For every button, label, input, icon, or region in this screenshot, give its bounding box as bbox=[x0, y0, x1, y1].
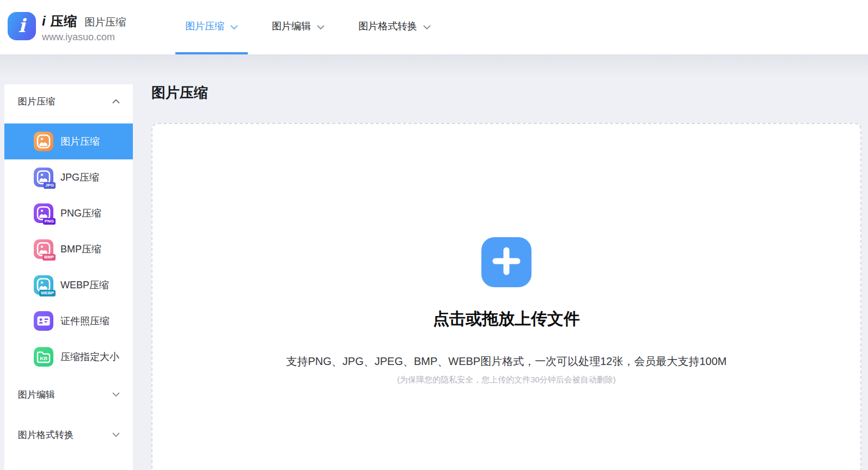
sidebar-item-label: JPG压缩 bbox=[60, 171, 99, 184]
bmp-compress-icon: BMP bbox=[34, 239, 53, 259]
chevron-down-icon bbox=[230, 21, 238, 33]
sidebar-section-label: 图片压缩 bbox=[18, 95, 55, 108]
format-badge: JPG bbox=[44, 182, 56, 189]
sidebar-item-label: BMP压缩 bbox=[60, 243, 101, 256]
sidebar-item-label: 证件照压缩 bbox=[60, 314, 109, 327]
sidebar-item-label: PNG压缩 bbox=[60, 207, 101, 220]
sidebar-item-size-specific-compress[interactable]: KB压缩指定大小 bbox=[4, 339, 133, 375]
page-title: 图片压缩 bbox=[151, 83, 208, 102]
upload-heading: 点击或拖放上传文件 bbox=[433, 307, 580, 331]
plus-icon bbox=[492, 247, 521, 277]
nav-tab-image-edit[interactable]: 图片编辑 bbox=[262, 0, 334, 54]
sidebar-item-label: 压缩指定大小 bbox=[60, 350, 119, 363]
image-compress-icon bbox=[34, 132, 53, 151]
sidebar-item-png-compress[interactable]: PNGPNG压缩 bbox=[4, 195, 133, 231]
format-badge: WEBP bbox=[39, 290, 56, 296]
sidebar-section-format-convert[interactable]: 图片格式转换 bbox=[4, 418, 133, 451]
header: i i 压缩 图片压缩 www.iyasuo.com 图片压缩 图片编辑 图片格… bbox=[0, 0, 868, 54]
sidebar-item-label: 图片压缩 bbox=[60, 135, 100, 148]
sidebar-items: 图片压缩JPGJPG压缩PNGPNG压缩BMPBMP压缩WEBPWEBP压缩证件… bbox=[4, 123, 133, 375]
sidebar-section-image-edit[interactable]: 图片编辑 bbox=[4, 378, 133, 411]
webp-compress-icon: WEBP bbox=[34, 275, 53, 295]
logo[interactable]: i i 压缩 图片压缩 www.iyasuo.com bbox=[8, 12, 126, 43]
brand-url: www.iyasuo.com bbox=[42, 32, 126, 43]
upload-privacy-note: (为保障您的隐私安全，您上传的文件30分钟后会被自动删除) bbox=[397, 373, 616, 386]
nav-tab-label: 图片编辑 bbox=[272, 20, 311, 33]
format-badge: PNG bbox=[43, 218, 56, 225]
nav-tab-label: 图片压缩 bbox=[185, 20, 224, 33]
sidebar-section-image-compress[interactable]: 图片压缩 bbox=[4, 84, 133, 118]
sidebar-section-label: 图片格式转换 bbox=[18, 429, 74, 441]
main-nav: 图片压缩 图片编辑 图片格式转换 bbox=[175, 0, 455, 54]
upload-plus-button[interactable] bbox=[481, 237, 531, 287]
sidebar-item-webp-compress[interactable]: WEBPWEBP压缩 bbox=[4, 267, 133, 303]
upload-support-text: 支持PNG、JPG、JPEG、BMP、WEBP图片格式，一次可以处理12张，会员… bbox=[286, 354, 727, 369]
id-photo-compress-icon bbox=[34, 311, 53, 331]
chevron-down-icon bbox=[112, 429, 120, 440]
upload-dropzone[interactable]: 点击或拖放上传文件 支持PNG、JPG、JPEG、BMP、WEBP图片格式，一次… bbox=[151, 123, 861, 470]
brand-name: i 压缩 bbox=[42, 13, 77, 30]
sidebar-item-label: WEBP压缩 bbox=[60, 279, 109, 292]
png-compress-icon: PNG bbox=[34, 203, 53, 223]
chevron-down-icon bbox=[317, 21, 325, 33]
header-shadow bbox=[0, 54, 868, 78]
jpg-compress-icon: JPG bbox=[34, 168, 53, 187]
svg-text:KB: KB bbox=[40, 355, 47, 361]
brand-subtitle: 图片压缩 bbox=[84, 15, 126, 29]
sidebar-item-jpg-compress[interactable]: JPGJPG压缩 bbox=[4, 159, 133, 195]
logo-text: i 压缩 图片压缩 www.iyasuo.com bbox=[42, 12, 126, 43]
format-badge: BMP bbox=[42, 254, 56, 261]
nav-tab-image-compress[interactable]: 图片压缩 bbox=[175, 0, 248, 54]
chevron-down-icon bbox=[112, 389, 120, 400]
sidebar-item-image-compress[interactable]: 图片压缩 bbox=[4, 123, 133, 159]
size-specific-compress-icon: KB bbox=[34, 347, 53, 367]
brand-logo-icon: i bbox=[8, 12, 36, 40]
sidebar-section-label: 图片编辑 bbox=[18, 388, 55, 401]
sidebar-item-id-photo-compress[interactable]: 证件照压缩 bbox=[4, 303, 133, 339]
sidebar-item-bmp-compress[interactable]: BMPBMP压缩 bbox=[4, 231, 133, 267]
nav-tab-label: 图片格式转换 bbox=[358, 20, 417, 33]
sidebar: 图片压缩 图片压缩JPGJPG压缩PNGPNG压缩BMPBMP压缩WEBPWEB… bbox=[4, 84, 133, 470]
chevron-up-icon bbox=[112, 96, 120, 107]
nav-tab-format-convert[interactable]: 图片格式转换 bbox=[349, 0, 441, 54]
chevron-down-icon bbox=[423, 21, 431, 33]
